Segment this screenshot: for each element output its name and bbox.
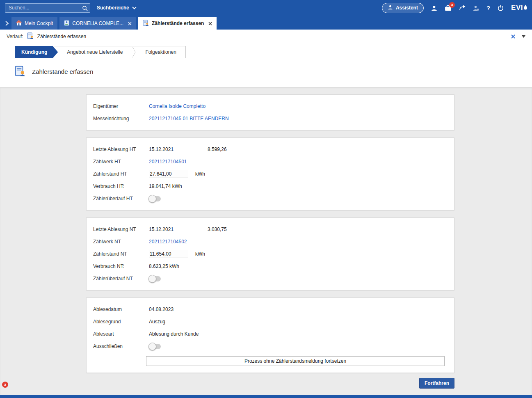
last-reading-ht-row: Letzte Ablesung HT 15.12.2021 8.599,26 <box>93 143 448 156</box>
overflow-ht-toggle[interactable] <box>149 196 161 201</box>
ht-card: Letzte Ablesung HT 15.12.2021 8.599,26 Z… <box>86 137 454 210</box>
reading-nt-unit: kWh <box>195 251 205 257</box>
reading-reason-row: Ablesegrund Auszug <box>93 316 448 328</box>
tab-close-icon[interactable] <box>208 22 212 25</box>
search-scope-dropdown[interactable]: Suchbereiche <box>97 5 137 11</box>
reading-type-row: Ableseart Ablesung durch Kunde <box>93 328 448 340</box>
reading-ht-label: Zählerstand HT <box>93 171 149 177</box>
device-row: Messeinrichtung 202112171045 01 BITTE AE… <box>93 112 448 125</box>
meter-document-icon <box>27 32 34 40</box>
step-folgeaktionen[interactable]: Folgeaktionen <box>136 49 185 55</box>
search-input[interactable] <box>5 3 90 13</box>
device-link[interactable]: 202112171045 01 BITTE AENDERN <box>149 116 229 121</box>
last-reading-nt-label: Letzte Ablesung NT <box>93 226 149 232</box>
cards-column: Eigentümer Cornelia Isolde Completto Mes… <box>86 87 454 373</box>
step-label: Angebot neue Lieferstelle <box>67 49 123 55</box>
reading-type-value: Ablesung durch Kunde <box>149 331 199 337</box>
power-icon[interactable] <box>498 5 504 11</box>
history-row: Verlauf: Zählerstände erfassen <box>0 30 532 43</box>
tab-label: Mein Cockpit <box>25 21 53 26</box>
assistant-label: Assistent <box>396 5 418 11</box>
consumption-nt-label: Verbrauch NT: <box>93 263 149 269</box>
register-ht-row: Zählwerk HT 20211217104501 <box>93 156 448 168</box>
owner-row: Eigentümer Cornelia Isolde Completto <box>93 100 448 112</box>
last-reading-nt-date: 15.12.2021 <box>149 226 208 232</box>
help-button[interactable]: ? <box>486 5 490 11</box>
assistant-icon <box>388 5 393 11</box>
search-scope-label: Suchbereiche <box>97 5 129 11</box>
history-label: Verlauf: <box>7 34 23 39</box>
steps-bar: Kündigung Angebot neue Lieferstelle Folg… <box>15 46 186 58</box>
corner-notification-badge[interactable]: 3 <box>2 382 8 388</box>
user-icon[interactable] <box>431 5 437 11</box>
device-label: Messeinrichtung <box>93 116 149 121</box>
overflow-nt-label: Zählerüberlauf NT <box>93 276 149 281</box>
nt-card: Letzte Ablesung NT 15.12.2021 3.030,75 Z… <box>86 217 454 290</box>
tab-mein-cockpit[interactable]: Mein Cockpit <box>11 17 57 30</box>
exclude-row: Ausschließen <box>93 340 448 352</box>
topbar-actions: Assistent 3 ? EVI <box>382 3 527 13</box>
overflow-nt-row: Zählerüberlauf NT <box>93 272 448 285</box>
tabs-overflow-chevron-icon[interactable] <box>2 17 11 30</box>
assistant-button[interactable]: Assistent <box>382 3 424 13</box>
register-ht-link[interactable]: 20211217104501 <box>149 159 187 165</box>
brand-text: EVI <box>511 4 523 12</box>
meter-document-icon <box>143 20 149 27</box>
reading-date-row: Ablesedatum 04.08.2023 <box>93 303 448 316</box>
owner-card: Eigentümer Cornelia Isolde Completto Mes… <box>86 94 454 130</box>
owner-link[interactable]: Cornelia Isolde Completto <box>149 103 205 109</box>
overflow-nt-toggle[interactable] <box>149 276 161 281</box>
user-status-icon[interactable] <box>473 5 479 11</box>
main-content: Eigentümer Cornelia Isolde Completto Mes… <box>0 87 532 395</box>
topbar: Suchbereiche Assistent 3 ? <box>0 0 532 16</box>
last-reading-ht-label: Letzte Ablesung HT <box>93 146 149 152</box>
reading-ht-row: Zählerstand HT kWh <box>93 168 448 180</box>
owner-label: Eigentümer <box>93 103 149 109</box>
tab-close-icon[interactable] <box>128 22 132 25</box>
history-actions <box>511 34 525 39</box>
reading-nt-row: Zählerstand NT kWh <box>93 248 448 260</box>
skip-reading-button[interactable]: Prozess ohne Zählerstandsmeldung fortset… <box>146 356 445 366</box>
chevron-down-icon <box>132 5 137 11</box>
page-title-icon <box>15 66 25 78</box>
step-angebot-neue-lieferstelle[interactable]: Angebot neue Lieferstelle <box>58 49 132 55</box>
page-header: Zählerstände erfassen <box>0 59 532 78</box>
register-nt-link[interactable]: 20211217104502 <box>149 239 187 245</box>
mail-icon[interactable]: 3 <box>445 5 452 11</box>
history-close-icon[interactable] <box>511 34 516 39</box>
reading-meta-card: Ablesedatum 04.08.2023 Ablesegrund Auszu… <box>86 297 454 373</box>
step-kuendigung[interactable]: Kündigung <box>15 46 58 58</box>
home-icon <box>16 20 22 27</box>
history-dropdown-icon[interactable] <box>522 35 525 38</box>
reading-date-label: Ablesedatum <box>93 307 149 312</box>
chevron-separator-icon <box>132 46 136 58</box>
last-reading-ht-date: 15.12.2021 <box>149 146 208 152</box>
reading-reason-value: Auszug <box>149 319 165 325</box>
consumption-nt-row: Verbrauch NT: 8.623,25 kWh <box>93 260 448 272</box>
reading-ht-unit: kWh <box>195 171 205 177</box>
tab-zaehlerstaende-erfassen[interactable]: Zählerstände erfassen <box>138 17 217 30</box>
brand-logo: EVI <box>511 4 527 12</box>
register-nt-row: Zählwerk NT 20211217104502 <box>93 236 448 248</box>
tab-label: Zählerstände erfassen <box>152 21 204 26</box>
overflow-ht-row: Zählerüberlauf HT <box>93 192 448 205</box>
consumption-ht-row: Verbrauch HT: 19.041,74 kWh <box>93 180 448 192</box>
search-icon[interactable] <box>82 5 88 12</box>
search-box <box>5 3 90 13</box>
step-label: Kündigung <box>21 49 47 55</box>
reading-nt-input[interactable] <box>149 250 188 258</box>
process-steps: Kündigung Angebot neue Lieferstelle Folg… <box>0 43 532 59</box>
tab-cornelia-completto[interactable]: CORNELIA COMPLE... <box>59 17 136 30</box>
register-nt-label: Zählwerk NT <box>93 239 149 245</box>
continue-button[interactable]: Fortfahren <box>419 378 454 389</box>
reading-ht-input[interactable] <box>149 170 188 178</box>
page-title: Zählerstände erfassen <box>32 68 93 75</box>
exclude-toggle[interactable] <box>149 344 161 349</box>
register-ht-label: Zählwerk HT <box>93 159 149 165</box>
flame-icon <box>524 4 527 12</box>
overflow-ht-label: Zählerüberlauf HT <box>93 196 149 201</box>
exclude-label: Ausschließen <box>93 343 149 349</box>
redo-icon[interactable] <box>459 5 466 11</box>
tab-label: CORNELIA COMPLE... <box>72 21 123 26</box>
history-title: Zählerstände erfassen <box>37 34 86 39</box>
